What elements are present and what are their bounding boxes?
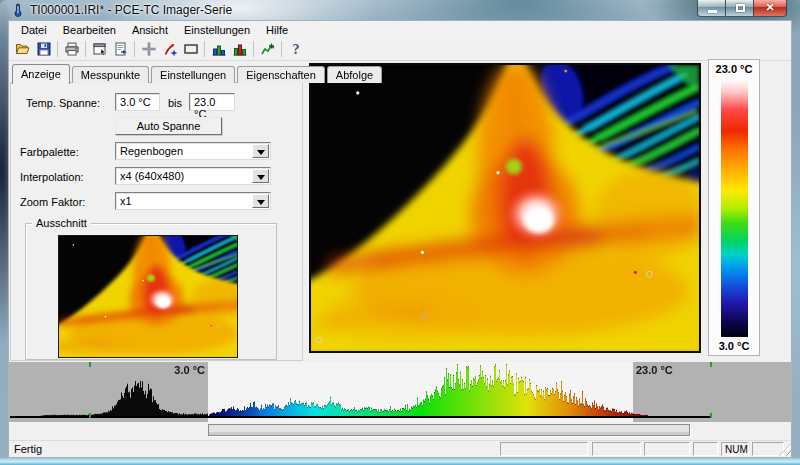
print-icon (64, 41, 80, 57)
maximize-button[interactable] (725, 0, 754, 17)
close-icon: ✕ (754, 1, 786, 14)
save-icon (36, 41, 52, 57)
help-button[interactable]: ? (285, 39, 306, 59)
menu-datei[interactable]: Datei (13, 23, 55, 37)
scale-min-label: 3.0 °C (709, 340, 759, 352)
crop-group-label: Ausschnitt (32, 217, 91, 229)
minimize-button[interactable] (697, 0, 726, 17)
menu-ansicht[interactable]: Ansicht (124, 23, 176, 37)
temperature-range-slider[interactable] (208, 424, 690, 436)
histogram-view-button[interactable] (208, 39, 229, 59)
minimize-icon (708, 10, 717, 13)
histogram-compare-button[interactable] (229, 39, 250, 59)
status-pane (752, 442, 784, 456)
svg-text:?: ? (292, 42, 299, 57)
export-report-button[interactable] (110, 39, 131, 59)
histogram-blue-icon (211, 41, 227, 57)
rectangle-icon (183, 41, 199, 57)
window-bottom-border (0, 458, 800, 465)
status-text: Fertig (14, 443, 42, 455)
open-folder-icon (15, 41, 31, 57)
tab-abfolge[interactable]: Abfolge (327, 66, 382, 83)
add-measure-point-button[interactable] (159, 39, 180, 59)
status-pane (592, 442, 641, 456)
tab-einstellungen[interactable]: Einstellungen (151, 66, 235, 83)
add-point-arrow-icon (162, 41, 178, 57)
title-bar[interactable]: TI000001.IRI* - PCE-TC Imager-Serie ✕ (0, 0, 800, 20)
save-button[interactable] (33, 39, 54, 59)
color-scale-panel: 23.0 °C 3.0 °C (708, 59, 760, 356)
color-scale-gradient (721, 79, 748, 337)
maximize-icon (736, 4, 745, 12)
tab-anzeige[interactable]: Anzeige (12, 64, 70, 84)
move-tool-button[interactable] (138, 39, 159, 59)
toolbar-separator (281, 41, 282, 57)
thermal-image[interactable] (309, 63, 701, 353)
tab-strip: Anzeige Messpunkte Einstellungen Eigensc… (12, 63, 384, 83)
move-crosshair-icon (141, 41, 157, 57)
menu-bearbeiten[interactable]: Bearbeiten (55, 23, 124, 37)
histogram-min-label: 3.0 °C (120, 364, 205, 376)
profile-view-button[interactable] (257, 39, 278, 59)
properties-button[interactable] (89, 39, 110, 59)
export-report-icon (113, 41, 129, 57)
window-title: TI000001.IRI* - PCE-TC Imager-Serie (30, 3, 232, 17)
toolbar: ? (9, 38, 791, 61)
histogram-red-icon (232, 41, 248, 57)
toolbar-separator (204, 41, 205, 57)
thermal-image-canvas (311, 65, 699, 351)
properties-icon (92, 41, 108, 57)
help-icon: ? (288, 41, 304, 57)
rectangle-tool-button[interactable] (180, 39, 201, 59)
status-pane (644, 442, 690, 456)
status-pane (500, 442, 588, 456)
histogram-max-label: 23.0 °C (636, 364, 673, 376)
close-button[interactable]: ✕ (753, 0, 787, 17)
window-controls: ✕ (698, 0, 787, 17)
profile-icon (260, 41, 276, 57)
application-window: TI000001.IRI* - PCE-TC Imager-Serie ✕ Da… (0, 0, 800, 465)
scale-max-label: 23.0 °C (709, 63, 759, 75)
app-icon (11, 3, 25, 17)
tab-eigenschaften[interactable]: Eigenschaften (237, 66, 325, 83)
menu-bar: Datei Bearbeiten Ansicht Einstellungen H… (9, 22, 791, 38)
toolbar-separator (134, 41, 135, 57)
toolbar-separator (85, 41, 86, 57)
toolbar-separator (253, 41, 254, 57)
tab-messpunkte[interactable]: Messpunkte (72, 66, 149, 83)
status-pane (693, 442, 718, 456)
menu-einstellungen[interactable]: Einstellungen (176, 23, 258, 37)
open-button[interactable] (12, 39, 33, 59)
print-button[interactable] (61, 39, 82, 59)
num-lock-indicator: NUM (721, 442, 749, 456)
toolbar-separator (57, 41, 58, 57)
menu-hilfe[interactable]: Hilfe (258, 23, 296, 37)
